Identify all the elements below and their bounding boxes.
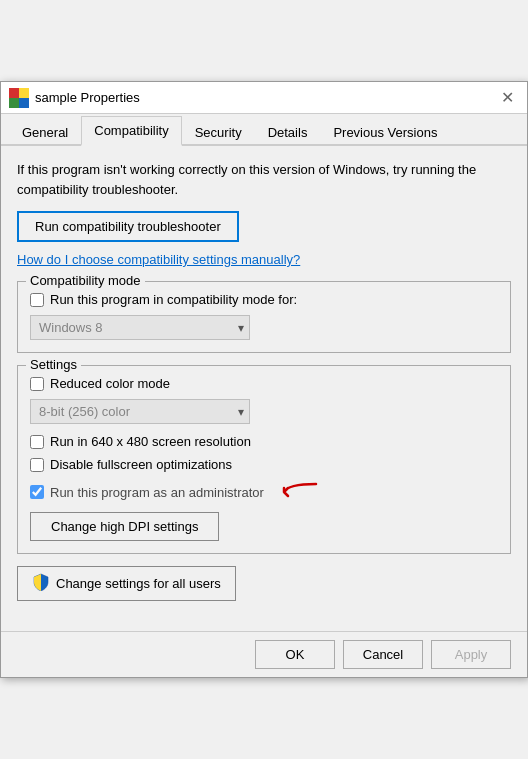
reduced-color-checkbox[interactable] (30, 377, 44, 391)
disable-fullscreen-row: Disable fullscreen optimizations (30, 457, 498, 472)
ok-button[interactable]: OK (255, 640, 335, 669)
all-users-button[interactable]: Change settings for all users (17, 566, 236, 601)
compatibility-dropdown-container: Windows 8 (30, 315, 250, 340)
reduced-color-label: Reduced color mode (50, 376, 170, 391)
apply-button[interactable]: Apply (431, 640, 511, 669)
tab-bar: General Compatibility Security Details P… (1, 114, 527, 146)
compatibility-checkbox-row: Run this program in compatibility mode f… (30, 292, 498, 307)
red-arrow-annotation (278, 480, 318, 504)
svg-rect-3 (19, 98, 29, 108)
svg-rect-1 (19, 88, 29, 98)
title-bar-left: sample Properties (9, 88, 140, 108)
shield-uac-icon (32, 573, 50, 594)
compatibility-checkbox[interactable] (30, 293, 44, 307)
disable-fullscreen-checkbox[interactable] (30, 458, 44, 472)
tab-previous-versions[interactable]: Previous Versions (320, 118, 450, 146)
troubleshooter-button[interactable]: Run compatibility troubleshooter (17, 211, 239, 242)
compatibility-dropdown[interactable]: Windows 8 (30, 315, 250, 340)
app-icon (9, 88, 29, 108)
tab-security[interactable]: Security (182, 118, 255, 146)
svg-rect-0 (9, 88, 19, 98)
run-640-checkbox[interactable] (30, 435, 44, 449)
run-admin-row: Run this program as an administrator (30, 480, 498, 504)
compatibility-mode-title: Compatibility mode (26, 273, 145, 288)
help-link[interactable]: How do I choose compatibility settings m… (17, 252, 511, 267)
color-dropdown-container: 8-bit (256) color (30, 399, 250, 424)
cancel-button[interactable]: Cancel (343, 640, 423, 669)
run-640-row: Run in 640 x 480 screen resolution (30, 434, 498, 449)
info-text: If this program isn't working correctly … (17, 160, 511, 199)
reduced-color-row: Reduced color mode (30, 376, 498, 391)
close-button[interactable]: ✕ (495, 86, 519, 110)
run-640-label: Run in 640 x 480 screen resolution (50, 434, 251, 449)
tab-general[interactable]: General (9, 118, 81, 146)
tab-details[interactable]: Details (255, 118, 321, 146)
svg-rect-2 (9, 98, 19, 108)
content-area: If this program isn't working correctly … (1, 146, 527, 631)
run-admin-label: Run this program as an administrator (50, 485, 264, 500)
properties-window: sample Properties ✕ General Compatibilit… (0, 81, 528, 678)
settings-group: Settings Reduced color mode 8-bit (256) … (17, 365, 511, 554)
settings-title: Settings (26, 357, 81, 372)
run-admin-checkbox[interactable] (30, 485, 44, 499)
color-dropdown[interactable]: 8-bit (256) color (30, 399, 250, 424)
all-users-label: Change settings for all users (56, 576, 221, 591)
dpi-button[interactable]: Change high DPI settings (30, 512, 219, 541)
window-title: sample Properties (35, 90, 140, 105)
compatibility-mode-group: Compatibility mode Run this program in c… (17, 281, 511, 353)
bottom-bar: OK Cancel Apply (1, 631, 527, 677)
title-bar: sample Properties ✕ (1, 82, 527, 114)
tab-compatibility[interactable]: Compatibility (81, 116, 181, 146)
disable-fullscreen-label: Disable fullscreen optimizations (50, 457, 232, 472)
compatibility-checkbox-label: Run this program in compatibility mode f… (50, 292, 297, 307)
